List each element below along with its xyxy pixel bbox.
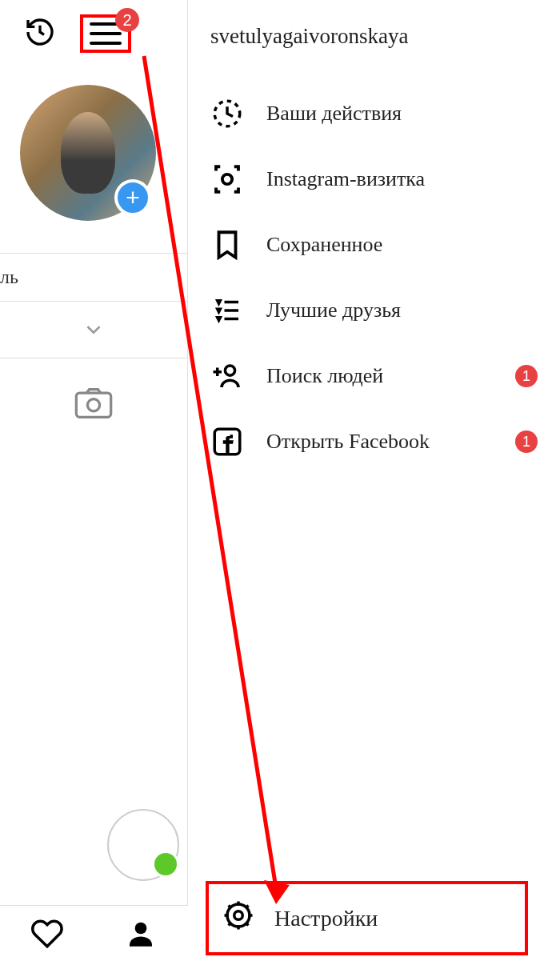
archive-icon[interactable] [24,16,56,51]
username-title: svetulyagaivoronskaya [210,18,544,49]
close-friends-icon [210,294,244,327]
activity-heart-icon[interactable] [30,917,64,954]
menu-label: Ваши действия [266,102,544,126]
settings-gear-icon [222,899,255,938]
menu-label: Открыть Facebook [266,430,493,454]
svg-point-16 [234,911,243,920]
add-story-button[interactable]: + [114,179,151,216]
menu-item-close-friends[interactable]: Лучшие друзья [210,278,544,343]
camera-tab[interactable] [0,358,187,448]
menu-label: Сохраненное [266,233,544,257]
nametag-icon [210,162,244,196]
settings-label: Настройки [274,906,378,931]
ghost-avatar-icon [107,809,179,881]
edit-profile-fragment[interactable]: ль [0,253,187,302]
menu-item-saved[interactable]: Сохраненное [210,212,544,278]
menu-item-facebook[interactable]: Открыть Facebook 1 [210,409,544,474]
menu-item-discover-people[interactable]: Поиск людей 1 [210,343,544,409]
menu-label: Instagram-визитка [266,167,544,191]
profile-tab-icon[interactable] [124,917,158,954]
svg-point-1 [87,399,99,411]
notification-badge: 1 [515,430,538,453]
menu-item-activity[interactable]: Ваши действия [210,81,544,146]
svg-point-11 [225,366,234,375]
svg-point-2 [135,923,147,935]
svg-marker-6 [218,309,221,312]
profile-left-strip: 2 + ль [0,0,188,965]
menu-label: Поиск людей [266,364,493,388]
expand-chevron[interactable] [0,302,187,358]
svg-point-4 [222,174,232,184]
side-menu-panel: svetulyagaivoronskaya Ваши действия Inst… [188,0,560,965]
suggested-user[interactable] [0,793,187,897]
menu-item-nametag[interactable]: Instagram-визитка [210,146,544,212]
facebook-icon [210,425,244,458]
svg-marker-7 [218,318,221,321]
profile-avatar[interactable]: + [20,85,156,221]
bookmark-icon [210,228,244,262]
menu-item-settings[interactable]: Настройки [206,881,528,955]
hamburger-menu-button[interactable]: 2 [80,14,131,53]
hamburger-badge: 2 [115,8,139,32]
bottom-nav [0,905,188,965]
activity-clock-icon [210,97,244,130]
notification-badge: 1 [515,365,538,387]
svg-rect-0 [76,393,110,417]
svg-marker-5 [218,301,221,304]
menu-label: Лучшие друзья [266,298,544,322]
discover-people-icon [210,359,244,393]
